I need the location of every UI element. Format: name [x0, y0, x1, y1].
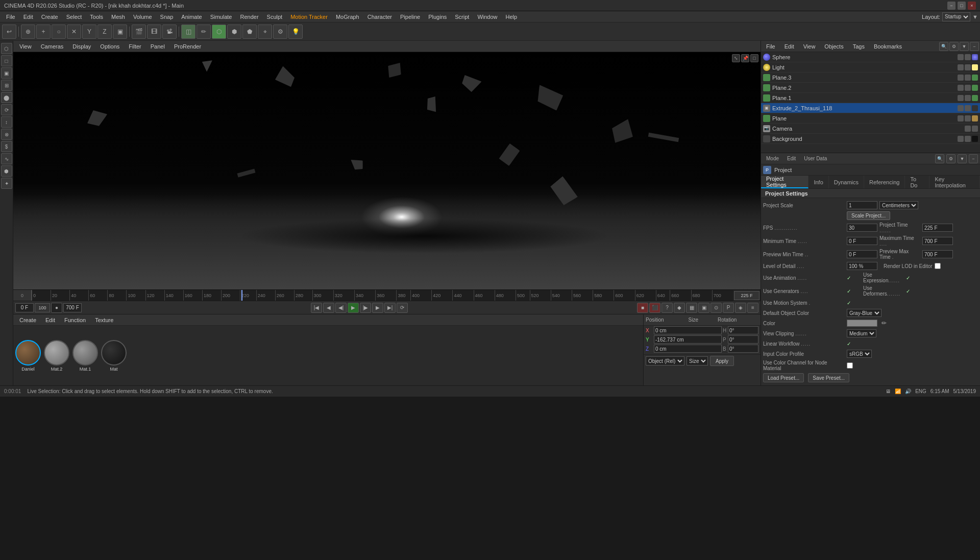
- obj-row-extrude[interactable]: ▣ Extrude_2_Thrausi_118: [761, 103, 980, 113]
- plane3-eye-icon[interactable]: [958, 75, 964, 81]
- layout-icon[interactable]: ▼: [972, 14, 978, 20]
- menu-volume[interactable]: Volume: [129, 13, 156, 21]
- vtab-filter[interactable]: Filter: [125, 42, 145, 51]
- playback-morph[interactable]: P: [723, 303, 734, 313]
- sidebar-btn-7[interactable]: ↕: [1, 116, 12, 128]
- obj-row-background[interactable]: Background: [761, 134, 980, 144]
- tool-x[interactable]: ✕: [67, 25, 81, 39]
- obj-eye-icon[interactable]: [958, 54, 964, 60]
- tool-y[interactable]: Y: [82, 25, 96, 39]
- playback-play[interactable]: ▶: [348, 303, 359, 313]
- sidebar-btn-1[interactable]: ⬡: [1, 43, 12, 54]
- layout-select[interactable]: Startup: [942, 12, 970, 21]
- playback-settings[interactable]: ▦: [686, 303, 697, 313]
- mode-btn[interactable]: Mode: [763, 155, 782, 162]
- tool-film3[interactable]: 📽: [162, 25, 177, 39]
- menu-tools[interactable]: Tools: [86, 13, 107, 21]
- ptab-todo[interactable]: To Do: [905, 176, 929, 188]
- plane3-lock-icon[interactable]: [965, 75, 971, 81]
- obj-tab-bookmarks[interactable]: Bookmarks: [870, 42, 906, 51]
- vtab-cameras[interactable]: Cameras: [37, 42, 68, 51]
- lod-input[interactable]: [847, 262, 877, 270]
- obj-tab-edit[interactable]: Edit: [780, 42, 798, 51]
- fps-input[interactable]: [847, 224, 877, 232]
- project-time-input[interactable]: [922, 224, 953, 232]
- obj-search-icon[interactable]: 🔍: [939, 42, 948, 51]
- menu-animate[interactable]: Animate: [177, 13, 206, 21]
- size-mode-select[interactable]: Size: [687, 356, 708, 366]
- playback-next-keyframe[interactable]: |▶: [360, 303, 371, 313]
- project-scale-input[interactable]: [847, 201, 877, 209]
- light-lock-icon[interactable]: [965, 64, 971, 70]
- sidebar-btn-9[interactable]: $: [1, 141, 12, 152]
- light-eye-icon[interactable]: [958, 64, 964, 70]
- tool-3d-6[interactable]: ⌖: [258, 25, 272, 39]
- playback-render[interactable]: ⊙: [710, 303, 722, 313]
- playback-motion[interactable]: ▣: [698, 303, 709, 313]
- menu-mograph[interactable]: MoGraph: [332, 13, 363, 21]
- preview-min-input[interactable]: [847, 250, 877, 258]
- plane2-eye-icon[interactable]: [958, 85, 964, 91]
- menu-pipeline[interactable]: Pipeline: [396, 13, 424, 21]
- maximize-button[interactable]: □: [958, 2, 966, 10]
- load-preset-button[interactable]: Load Preset...: [763, 373, 804, 382]
- color-edit-icon[interactable]: ✏: [881, 320, 887, 327]
- mat-tab-function[interactable]: Function: [60, 316, 90, 324]
- p-rot-input[interactable]: [728, 335, 758, 344]
- viewport-corner-btn-2[interactable]: 📌: [741, 54, 749, 62]
- menu-plugins[interactable]: Plugins: [424, 13, 451, 21]
- material-item-daniel[interactable]: Daniel: [15, 340, 41, 372]
- obj-settings-icon[interactable]: ⚙: [949, 42, 959, 51]
- tool-3d-4[interactable]: ⬢: [227, 25, 241, 39]
- menu-simulate[interactable]: Simulate: [206, 13, 236, 21]
- project-scale-unit-select[interactable]: Centimeters: [879, 201, 918, 209]
- menu-edit[interactable]: Edit: [19, 13, 37, 21]
- obj-lock-icon[interactable]: [965, 54, 971, 60]
- vtab-options[interactable]: Options: [96, 42, 124, 51]
- user-data-btn[interactable]: User Data: [801, 155, 830, 162]
- color-swatch[interactable]: [847, 320, 877, 327]
- coord-system-select[interactable]: Object (Rel): [646, 356, 684, 366]
- viewport-canvas[interactable]: ⤡ 📌 □: [13, 52, 761, 289]
- props-more-icon[interactable]: ▼: [958, 154, 967, 163]
- tool-move[interactable]: ⊕: [21, 25, 35, 39]
- preview-max-input[interactable]: [922, 250, 953, 258]
- menu-help[interactable]: Help: [502, 13, 522, 21]
- sidebar-btn-2[interactable]: □: [1, 55, 12, 66]
- background-eye-icon[interactable]: [958, 136, 964, 142]
- menu-mesh[interactable]: Mesh: [107, 13, 129, 21]
- menu-file[interactable]: File: [2, 13, 19, 21]
- tool-3d-5[interactable]: ⬟: [242, 25, 257, 39]
- end-frame-input[interactable]: [63, 303, 82, 312]
- extrude-lock-icon[interactable]: [965, 105, 971, 111]
- obj-tab-file[interactable]: File: [762, 42, 779, 51]
- playback-prev-keyframe[interactable]: ◀|: [335, 303, 347, 313]
- menu-render[interactable]: Render: [236, 13, 262, 21]
- sidebar-btn-11[interactable]: ⬢: [1, 165, 12, 177]
- obj-row-light[interactable]: Light: [761, 62, 980, 72]
- timeline-ruler[interactable]: 0 20 40 60 80 100 120 140 160 180 200 22…: [32, 290, 733, 301]
- view-clipping-select[interactable]: Medium: [847, 329, 876, 337]
- mat-tab-texture[interactable]: Texture: [91, 316, 117, 324]
- plane2-lock-icon[interactable]: [965, 85, 971, 91]
- sidebar-btn-6[interactable]: ⟳: [1, 104, 12, 115]
- tool-3d-1[interactable]: ◫: [181, 25, 195, 39]
- playback-question[interactable]: ?: [662, 303, 673, 313]
- b-rot-input[interactable]: [728, 345, 758, 353]
- obj-more-icon[interactable]: ▼: [960, 42, 969, 51]
- ptab-project-settings[interactable]: Project Settings: [761, 176, 808, 188]
- obj-tab-view[interactable]: View: [799, 42, 820, 51]
- ptab-dynamics[interactable]: Dynamics: [829, 176, 864, 188]
- tool-3d-2[interactable]: ✏: [197, 25, 211, 39]
- tool-new[interactable]: +: [36, 25, 51, 39]
- obj-row-plane2[interactable]: Plane.2: [761, 83, 980, 93]
- tool-film2[interactable]: 🎞: [147, 25, 161, 39]
- props-search-icon[interactable]: 🔍: [935, 154, 944, 163]
- input-color-profile-select[interactable]: sRGB: [847, 350, 872, 358]
- tool-light-bulb[interactable]: 💡: [288, 25, 303, 39]
- playback-stop2[interactable]: ⬛: [649, 303, 660, 313]
- props-collapse-icon[interactable]: −: [969, 154, 978, 163]
- background-lock-icon[interactable]: [965, 136, 971, 142]
- ptab-key-interpolation[interactable]: Key Interpolation: [929, 176, 980, 188]
- mat-tab-edit[interactable]: Edit: [41, 316, 59, 324]
